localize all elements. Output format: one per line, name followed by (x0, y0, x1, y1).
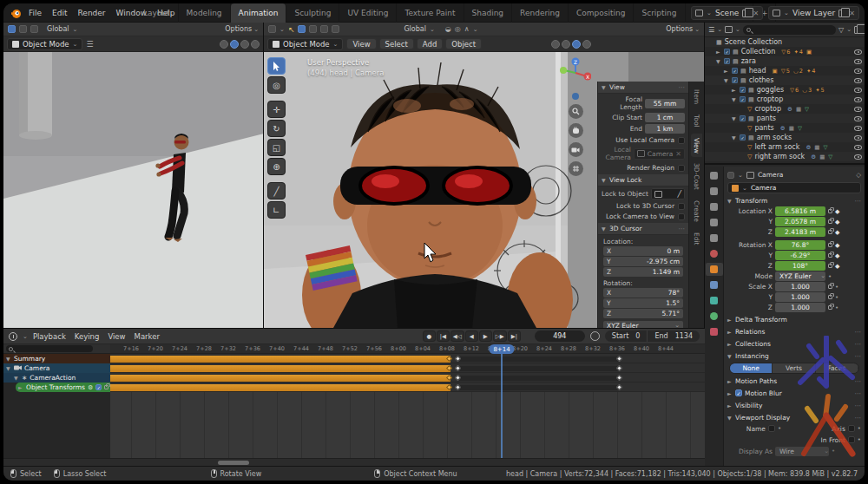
visibility-eye-icon[interactable] (854, 154, 862, 160)
lock-icon[interactable] (828, 230, 832, 234)
visibility-eye-icon[interactable] (854, 49, 862, 55)
outliner-row[interactable]: ▽pants⚙ ▦ ▽ (705, 123, 865, 133)
instancing-option-none[interactable]: None (730, 363, 773, 373)
render-region-checkbox[interactable] (678, 165, 685, 172)
collection-checkbox[interactable]: ✓ (740, 87, 746, 93)
orientation-dropdown[interactable]: Global (47, 25, 69, 33)
field-value[interactable]: 1 cm (645, 113, 685, 122)
keyframe-diamond[interactable] (616, 383, 622, 389)
display-mode-icon[interactable] (725, 26, 733, 33)
name-checkbox[interactable] (768, 425, 775, 432)
tool-icon[interactable] (19, 25, 27, 33)
lock-icon[interactable] (828, 264, 832, 268)
gizmo-toggle-icon[interactable] (298, 25, 306, 33)
record-button[interactable]: ● (423, 330, 436, 342)
options-dropdown[interactable]: Options (225, 25, 252, 33)
view-layer-selector[interactable]: ⌄ View Layer ✕ (768, 6, 859, 20)
channel-camera[interactable]: ▼Camera (3, 363, 110, 373)
workspace-tab-scripting[interactable]: Scripting (634, 3, 685, 23)
delta-transform-section[interactable]: ►Delta Transform (727, 314, 861, 324)
use-local-camera-checkbox[interactable] (678, 137, 685, 144)
view-panel-header[interactable]: ▼View⋯ (598, 82, 688, 94)
visibility-eye-icon[interactable] (854, 59, 862, 64)
visibility-eye-icon[interactable] (854, 126, 862, 131)
outliner-search-input[interactable] (743, 25, 836, 35)
ortho-toggle-button[interactable] (569, 161, 583, 176)
timeline-menu-keying[interactable]: Keying (75, 332, 100, 341)
outliner-row[interactable]: ▽croptop⚙ ▦ ▽ (705, 104, 865, 114)
zoom-button[interactable] (569, 104, 583, 119)
lock-to-object-field[interactable]: ╱ (651, 188, 685, 199)
lock-icon[interactable] (828, 253, 832, 258)
outliner-row[interactable]: ▽left arm sock⚙ ▦ ▽ (705, 142, 865, 152)
visibility-eye-icon[interactable] (854, 88, 862, 93)
motion-blur-section[interactable]: ►✓Motion Blur⋯ (727, 388, 861, 398)
pan-button[interactable] (569, 123, 583, 138)
gizmo-toggle-icon[interactable] (309, 25, 317, 33)
tool-icon[interactable] (8, 25, 16, 33)
workspace-tab-rendering[interactable]: Rendering (512, 3, 569, 23)
visibility-eye-icon[interactable] (854, 69, 862, 74)
editor-type-clock-icon[interactable] (9, 332, 17, 341)
new-collection-icon[interactable] (854, 26, 861, 34)
lock-icon[interactable] (828, 285, 832, 289)
expand-toggle-icon[interactable]: ► (18, 384, 23, 390)
n-panel-tab-create[interactable]: Create (691, 196, 702, 226)
keyframe-diamond[interactable] (446, 355, 452, 361)
keyframe-diamond[interactable] (446, 374, 452, 380)
prev-keyframe-button[interactable]: ◀◁ (450, 330, 464, 342)
properties-tab-output[interactable] (706, 200, 723, 213)
lock-icon[interactable] (828, 209, 832, 213)
editor-type-icon[interactable] (727, 172, 734, 179)
collection-checkbox[interactable]: ✓ (740, 115, 746, 121)
keyframe-diamond[interactable] (446, 364, 452, 370)
transform-section-header[interactable]: ▼Transform⋯ (727, 195, 861, 206)
new-scene-icon[interactable] (742, 10, 749, 17)
snap-magnet-icon[interactable]: ◒ (445, 25, 451, 33)
secondary-viewport-canvas[interactable] (3, 52, 263, 328)
outliner-row[interactable]: ►✓▤Collection▽6 ✦4 ▣ (705, 47, 865, 56)
jump-end-button[interactable]: ▶| (508, 330, 521, 342)
collection-checkbox[interactable]: ✓ (732, 68, 738, 74)
expand-toggle-icon[interactable]: ▼ (732, 134, 737, 141)
timeline-ruler[interactable]: 7+167+207+247+287+327+367+407+447+487+52… (110, 344, 705, 354)
keyframe-range-bar[interactable] (110, 384, 450, 391)
keyframe-range-bar[interactable] (110, 356, 450, 363)
channel-cameraaction[interactable]: ▼∗CameraAction (3, 373, 110, 383)
gizmo-toggle-icon[interactable] (320, 25, 328, 33)
close-icon[interactable]: ✕ (753, 10, 759, 17)
viewport-menu-view[interactable]: View (346, 38, 376, 49)
keyframe-diamond-icon[interactable]: ◆ (835, 208, 839, 215)
outliner-row[interactable]: ▼✓▤pants (705, 114, 865, 123)
outliner-row[interactable]: ▼✓▤arm socks (705, 133, 865, 142)
cursor-rotation-x[interactable]: X78° (603, 288, 683, 298)
viewport-display-section[interactable]: ▼Viewport Display⋯ (727, 412, 861, 422)
shading-solid-icon[interactable] (562, 40, 570, 49)
editor-type-icon[interactable]: ☰ (708, 26, 714, 34)
cursor-panel-header[interactable]: ▼3D Cursor⋯ (598, 223, 688, 235)
outliner-row[interactable]: ▼✓▤zara (705, 56, 865, 66)
jump-start-button[interactable]: |◀ (437, 330, 450, 342)
keyframe-diamond-icon[interactable]: ◆ (835, 242, 839, 249)
expand-toggle-icon[interactable]: ▼ (732, 115, 737, 121)
channel-enabled-checkbox[interactable]: ✓ (95, 384, 102, 390)
play-button[interactable]: ▶ (479, 330, 492, 342)
display-as-dropdown[interactable]: Wire ⌄ (775, 447, 829, 456)
menu-render[interactable]: Render (73, 7, 111, 19)
keyframe-range-bar[interactable] (110, 365, 450, 372)
n-panel-tab-edit[interactable]: Edit (691, 228, 702, 250)
collections-section[interactable]: ►Collections⋯ (727, 338, 861, 349)
workspace-tab-sculpting[interactable]: Sculpting (286, 3, 339, 23)
keyframe-diamond[interactable] (446, 383, 452, 389)
new-view-layer-icon[interactable] (838, 10, 845, 17)
rotation-value-field[interactable]: 76.8° (775, 240, 825, 250)
properties-tab-render[interactable] (706, 185, 723, 198)
outliner-row[interactable]: ►✓▤head▣ ▽5 ◡2 ✦4 (705, 66, 865, 75)
object-name-field[interactable]: ⌄ Camera (727, 182, 861, 193)
keyframe-diamond[interactable] (616, 374, 622, 380)
editor-type-icon[interactable] (268, 25, 276, 33)
expand-toggle-icon[interactable]: ► (724, 68, 729, 74)
timeline-menu-marker[interactable]: Marker (135, 332, 160, 341)
scene-selector[interactable]: ⌄ Scene ✕ (691, 6, 763, 20)
workspace-tab-shading[interactable]: Shading (464, 3, 513, 23)
